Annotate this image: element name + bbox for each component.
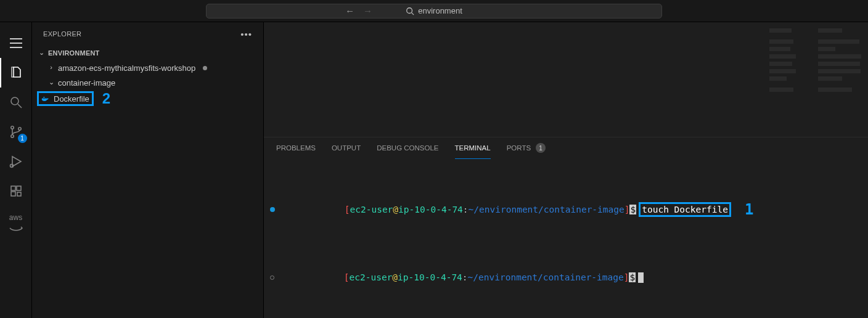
- svg-line-1: [412, 12, 414, 15]
- bottom-panel: PROBLEMS OUTPUT DEBUG CONSOLE TERMINAL P…: [264, 137, 868, 318]
- search-icon: [406, 7, 414, 15]
- search-text: environment: [418, 6, 462, 15]
- sidebar: EXPLORER ••• ⌄ ENVIRONMENT › amazon-ecs-…: [32, 22, 264, 318]
- source-control-activity[interactable]: 1: [0, 117, 32, 147]
- svg-point-2: [11, 97, 18, 105]
- modified-indicator-icon: [203, 66, 207, 70]
- svg-rect-15: [44, 97, 45, 98]
- tree-section-environment[interactable]: ⌄ ENVIRONMENT: [32, 46, 263, 60]
- terminal-command: touch Dockerfile: [642, 205, 728, 214]
- session-idle-icon: [270, 275, 274, 280]
- chevron-down-icon: ⌄: [47, 78, 55, 86]
- folder-label: amazon-ecs-mythicalmysfits-workshop: [58, 63, 195, 73]
- editor-area[interactable]: [264, 22, 868, 137]
- extensions-activity[interactable]: [0, 176, 32, 206]
- aws-activity[interactable]: aws: [0, 206, 32, 235]
- terminal-cursor: [638, 272, 644, 283]
- annotation-box-2: Dockerfile: [37, 91, 94, 106]
- files-icon: [9, 65, 23, 80]
- menu-button[interactable]: [0, 28, 32, 58]
- folder-label: container-image: [58, 78, 115, 88]
- play-bug-icon: [9, 154, 23, 169]
- minimap[interactable]: [769, 28, 862, 108]
- sidebar-more-icon[interactable]: •••: [240, 29, 252, 39]
- svg-rect-8: [11, 186, 15, 190]
- tab-terminal[interactable]: TERMINAL: [455, 137, 491, 158]
- svg-line-3: [18, 104, 22, 108]
- annotation-number-2: 2: [102, 90, 110, 107]
- command-center-search[interactable]: environment: [206, 4, 662, 18]
- minimap-col: [769, 28, 813, 108]
- svg-rect-9: [17, 186, 21, 190]
- nav-arrows: ← →: [345, 6, 372, 16]
- sidebar-header: EXPLORER •••: [32, 22, 263, 46]
- svg-point-7: [10, 165, 13, 168]
- tab-ports[interactable]: PORTS 1: [507, 137, 546, 158]
- section-label: ENVIRONMENT: [48, 49, 99, 57]
- file-tree: ⌄ ENVIRONMENT › amazon-ecs-mythicalmysfi…: [32, 46, 263, 107]
- hamburger-icon: [10, 38, 22, 48]
- annotation-box-1: touch Dockerfile: [639, 202, 731, 217]
- run-debug-activity[interactable]: [0, 147, 32, 176]
- svg-point-0: [407, 7, 412, 13]
- chevron-right-icon: ›: [47, 63, 55, 71]
- nav-back-icon[interactable]: ←: [345, 6, 354, 16]
- nav-forward-icon[interactable]: →: [363, 6, 372, 16]
- title-bar: ← → environment: [0, 0, 868, 22]
- svg-rect-11: [17, 192, 21, 196]
- docker-icon: [41, 94, 50, 103]
- tab-debug-console[interactable]: DEBUG CONSOLE: [377, 137, 438, 158]
- terminal-content[interactable]: [ec2-user@ip-10-0-4-74:~/environment/con…: [264, 158, 868, 318]
- scm-badge: 1: [18, 134, 27, 143]
- chevron-down-icon: ⌄: [37, 49, 46, 57]
- tree-folder-workshop[interactable]: › amazon-ecs-mythicalmysfits-workshop: [32, 60, 263, 75]
- sidebar-title: EXPLORER: [43, 30, 81, 38]
- extensions-icon: [9, 184, 23, 198]
- terminal-line-2: [ec2-user@ip-10-0-4-74:~/environment/con…: [270, 257, 862, 298]
- tree-folder-container-image[interactable]: ⌄ container-image: [32, 75, 263, 90]
- session-active-icon: [270, 207, 275, 212]
- main-area: 1 aws EXPLORER ••• ⌄ ENVIRONMENT ›: [0, 22, 868, 318]
- file-label: Dockerfile: [54, 94, 89, 104]
- terminal-line-1: [ec2-user@ip-10-0-4-74:~/environment/con…: [270, 189, 862, 230]
- search-icon: [9, 95, 23, 110]
- svg-point-6: [18, 128, 20, 130]
- activity-bar: 1 aws: [0, 22, 32, 318]
- search-activity[interactable]: [0, 88, 32, 117]
- tab-output[interactable]: OUTPUT: [332, 137, 361, 158]
- minimap-col: [818, 28, 862, 108]
- svg-point-5: [10, 135, 13, 137]
- explorer-activity[interactable]: [0, 58, 32, 88]
- editor-and-panel: PROBLEMS OUTPUT DEBUG CONSOLE TERMINAL P…: [264, 22, 868, 318]
- tab-problems[interactable]: PROBLEMS: [276, 137, 316, 158]
- annotation-number-1: 1: [745, 203, 753, 216]
- aws-icon: aws: [9, 213, 23, 228]
- tree-file-dockerfile-row: Dockerfile 2: [32, 90, 263, 107]
- panel-tab-bar: PROBLEMS OUTPUT DEBUG CONSOLE TERMINAL P…: [264, 137, 868, 158]
- svg-rect-10: [11, 192, 15, 196]
- svg-point-4: [10, 126, 13, 129]
- ports-count-badge: 1: [536, 143, 546, 153]
- tree-file-dockerfile[interactable]: Dockerfile: [41, 91, 89, 106]
